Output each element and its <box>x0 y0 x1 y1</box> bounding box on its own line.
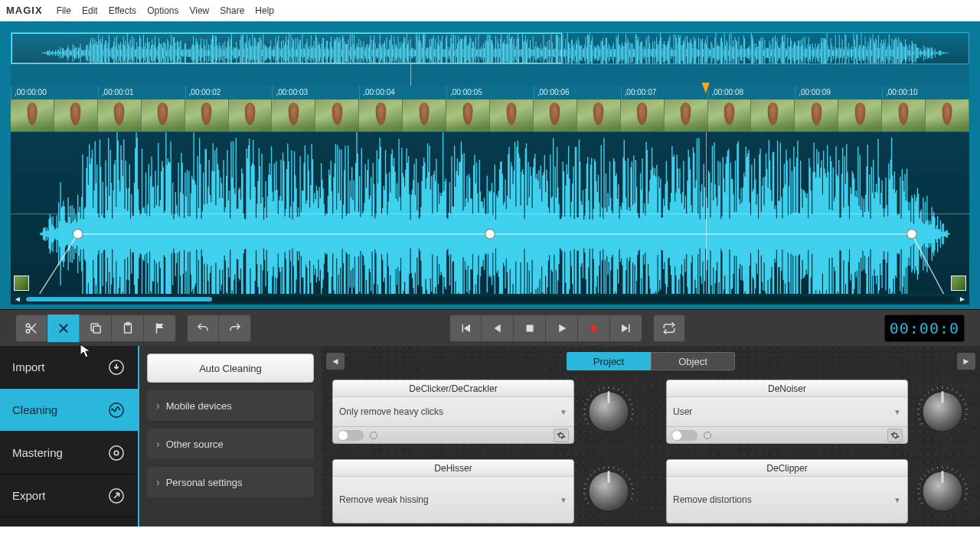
play-button[interactable] <box>546 315 578 342</box>
cut-button[interactable] <box>47 315 80 342</box>
video-thumbnail[interactable] <box>315 99 359 132</box>
video-thumbnail[interactable] <box>98 99 142 132</box>
sidebar-item-import[interactable]: Import <box>0 346 138 389</box>
ruler-tick: ,00:00:06 <box>534 86 621 99</box>
menu-options[interactable]: Options <box>147 5 178 16</box>
ruler-tick: ,00:00:05 <box>446 86 534 99</box>
effect-footer <box>333 426 573 443</box>
menu-file[interactable]: File <box>57 5 71 16</box>
menu-share[interactable]: Share <box>220 5 244 16</box>
paste-button[interactable] <box>112 315 144 342</box>
effects-area: ◄ Project Object ► DeClicker/DeCrackler … <box>322 346 980 527</box>
effect-preset-dropdown[interactable]: Remove weak hissing ▼ <box>333 477 573 523</box>
video-thumbnail[interactable] <box>838 99 882 132</box>
video-thumbnail[interactable] <box>926 99 969 132</box>
playhead[interactable] <box>706 132 707 294</box>
horizontal-scrollbar[interactable]: ◄ ► <box>11 294 969 305</box>
video-thumbnail[interactable] <box>229 99 273 132</box>
option-mobile-devices[interactable]: Mobile devices <box>147 390 314 421</box>
video-thumbnail[interactable] <box>185 99 229 132</box>
effects-next-icon[interactable]: ► <box>957 353 975 370</box>
effect-bypass-icon[interactable] <box>370 432 377 439</box>
overview-waveform[interactable] <box>11 32 969 64</box>
stop-button[interactable] <box>514 315 546 342</box>
scissors-button[interactable] <box>15 315 47 342</box>
fade-in-handle[interactable] <box>14 276 29 291</box>
knob-control[interactable] <box>582 385 635 439</box>
undo-button[interactable] <box>187 315 219 342</box>
menu-help[interactable]: Help <box>255 5 274 16</box>
video-thumbnail[interactable] <box>272 99 315 132</box>
time-ruler[interactable]: ,00:00:00,00:00:01,00:00:02,00:00:03,00:… <box>11 86 969 99</box>
effect-preset-label: Only remove heavy clicks <box>339 406 443 417</box>
record-button[interactable] <box>578 315 610 342</box>
menu-edit[interactable]: Edit <box>82 5 98 16</box>
playhead-line[interactable] <box>410 64 411 86</box>
video-thumbnail[interactable] <box>751 99 795 132</box>
sidebar-item-label: Cleaning <box>12 403 57 416</box>
menu-view[interactable]: View <box>189 5 209 16</box>
scroll-left-icon[interactable]: ◄ <box>14 295 21 303</box>
auto-cleaning-button[interactable]: Auto Cleaning <box>147 354 314 383</box>
history-group <box>187 315 251 342</box>
sidebar-item-export[interactable]: Export <box>0 474 138 517</box>
effect-preset-dropdown[interactable]: Remove distortions ▼ <box>667 477 907 523</box>
video-thumbnail[interactable] <box>665 99 708 132</box>
effect-panel: DeNoiser User ▼ <box>666 380 908 444</box>
svg-point-8 <box>109 403 123 416</box>
video-thumbnail-track[interactable] <box>11 99 969 132</box>
step-back-button[interactable] <box>482 315 514 342</box>
video-thumbnail[interactable] <box>359 99 403 132</box>
video-thumbnail[interactable] <box>882 99 926 132</box>
video-thumbnail[interactable] <box>795 99 838 132</box>
video-thumbnail[interactable] <box>708 99 752 132</box>
segment-project[interactable]: Project <box>567 352 651 370</box>
knob-control[interactable] <box>582 465 635 518</box>
copy-button[interactable] <box>80 315 112 342</box>
knob-control[interactable] <box>916 385 969 439</box>
effect-preset-label: Remove weak hissing <box>339 494 429 505</box>
sidebar-item-mastering[interactable]: Mastering <box>0 432 138 474</box>
redo-button[interactable] <box>219 315 251 342</box>
effect-settings-button[interactable] <box>554 429 569 442</box>
overview-selection[interactable] <box>11 33 562 64</box>
video-thumbnail[interactable] <box>54 99 98 132</box>
effect-bypass-icon[interactable] <box>704 432 711 439</box>
video-thumbnail[interactable] <box>403 99 446 132</box>
segment-object[interactable]: Object <box>651 352 735 370</box>
effect-settings-button[interactable] <box>887 429 903 442</box>
effect-footer <box>667 426 907 443</box>
effect-enable-toggle[interactable] <box>671 430 697 441</box>
video-thumbnail[interactable] <box>142 99 185 132</box>
video-thumbnail[interactable] <box>490 99 534 132</box>
lower-workspace: Import Cleaning Mastering Export Auto Cl… <box>0 346 980 527</box>
effect-enable-toggle[interactable] <box>338 430 364 441</box>
knob-control[interactable] <box>916 465 969 518</box>
video-thumbnail[interactable] <box>534 99 577 132</box>
effect-preset-label: User <box>673 406 692 417</box>
skip-end-button[interactable] <box>610 315 642 342</box>
scrollbar-thumb[interactable] <box>26 297 212 302</box>
envelope-handle-center[interactable] <box>485 229 495 239</box>
envelope-handle-right[interactable] <box>907 229 917 239</box>
volume-envelope[interactable] <box>21 234 960 294</box>
scrollbar-track[interactable] <box>24 296 956 302</box>
envelope-handle-left[interactable] <box>73 229 83 239</box>
loop-button[interactable] <box>653 315 685 342</box>
audio-waveform-track[interactable] <box>11 132 969 294</box>
effect-preset-dropdown[interactable]: Only remove heavy clicks ▼ <box>333 397 573 426</box>
video-thumbnail[interactable] <box>446 99 490 132</box>
menu-effects[interactable]: Effects <box>109 5 136 16</box>
video-thumbnail[interactable] <box>621 99 665 132</box>
option-personal-settings[interactable]: Personal settings <box>147 467 314 497</box>
video-thumbnail[interactable] <box>11 99 54 132</box>
option-other-source[interactable]: Other source <box>147 429 314 459</box>
scroll-right-icon[interactable]: ► <box>959 295 966 303</box>
marker-button[interactable] <box>144 315 176 342</box>
skip-start-button[interactable] <box>449 315 482 342</box>
effects-prev-icon[interactable]: ◄ <box>326 353 345 370</box>
effect-preset-dropdown[interactable]: User ▼ <box>667 397 907 426</box>
video-thumbnail[interactable] <box>577 99 621 132</box>
fade-out-handle[interactable] <box>951 276 966 291</box>
sidebar-item-cleaning[interactable]: Cleaning <box>0 389 138 432</box>
